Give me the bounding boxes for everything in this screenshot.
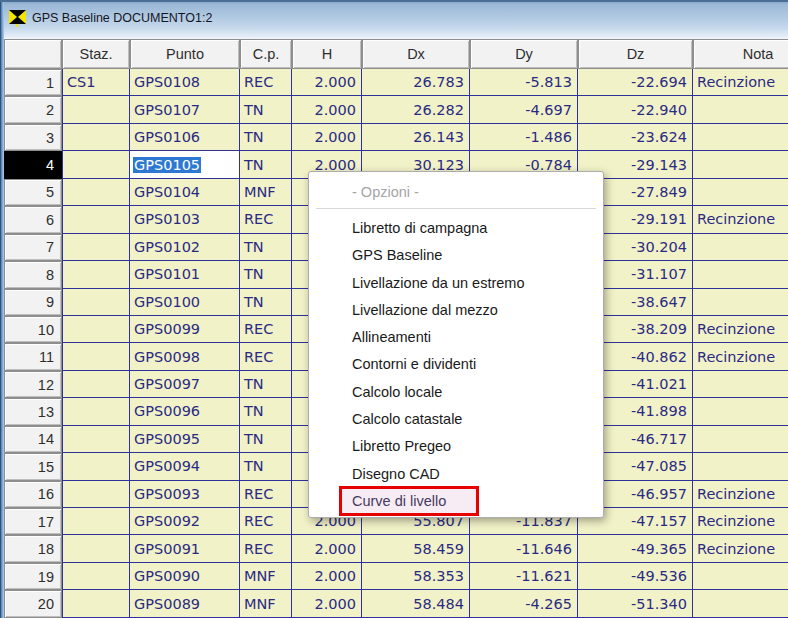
header-dy[interactable]: Dy [470, 39, 578, 69]
nota-cell[interactable] [693, 151, 788, 178]
staz-cell[interactable] [62, 289, 130, 316]
punto-cell[interactable]: GPS0093 [130, 481, 240, 508]
nota-cell[interactable] [693, 426, 788, 453]
punto-cell[interactable]: GPS0102 [130, 234, 240, 261]
cp-cell[interactable]: TN [240, 371, 292, 398]
cp-cell[interactable]: TN [240, 124, 292, 151]
row-number-cell[interactable]: 11 [4, 343, 62, 370]
punto-cell[interactable]: GPS0106 [130, 124, 240, 151]
h-cell[interactable]: 2.000 [292, 69, 362, 96]
menu-item-calcolo-catastale[interactable]: Calcolo catastale [309, 406, 603, 433]
dz-cell[interactable]: -51.340 [578, 590, 693, 617]
menu-item-curve-di-livello[interactable]: Curve di livello [309, 488, 603, 515]
staz-cell[interactable] [62, 234, 130, 261]
cp-cell[interactable]: TN [240, 261, 292, 288]
row-number-cell[interactable]: 12 [4, 371, 62, 398]
cp-cell[interactable]: MNF [240, 590, 292, 617]
dy-cell[interactable]: -11.621 [470, 563, 578, 590]
dy-cell[interactable]: -4.697 [470, 96, 578, 123]
nota-cell[interactable]: Recinzione [693, 316, 788, 343]
dz-cell[interactable]: -49.365 [578, 535, 693, 562]
menu-item-disegno-cad[interactable]: Disegno CAD [309, 461, 603, 488]
menu-item-libretto-pregeo[interactable]: Libretto Pregeo [309, 433, 603, 460]
nota-cell[interactable]: Recinzione [693, 206, 788, 233]
punto-cell[interactable]: GPS0095 [130, 426, 240, 453]
cp-cell[interactable]: REC [240, 535, 292, 562]
staz-cell[interactable] [62, 206, 130, 233]
nota-cell[interactable]: Recinzione [693, 481, 788, 508]
header-h[interactable]: H [292, 39, 362, 69]
cp-cell[interactable]: TN [240, 289, 292, 316]
nota-cell[interactable]: Recinzione [693, 508, 788, 535]
punto-cell[interactable]: GPS0096 [130, 398, 240, 425]
punto-cell[interactable]: GPS0098 [130, 343, 240, 370]
row-number-cell[interactable]: 2 [4, 96, 62, 123]
cp-cell[interactable]: REC [240, 343, 292, 370]
cp-cell[interactable]: REC [240, 481, 292, 508]
row-number-cell[interactable]: 9 [4, 289, 62, 316]
row-number-cell[interactable]: 13 [4, 398, 62, 425]
cp-cell[interactable]: REC [240, 316, 292, 343]
row-number-cell[interactable]: 18 [4, 535, 62, 562]
row-number-cell[interactable]: 4 [4, 151, 62, 178]
cp-cell[interactable]: MNF [240, 563, 292, 590]
punto-cell[interactable]: GPS0108 [130, 69, 240, 96]
cp-cell[interactable]: TN [240, 96, 292, 123]
nota-cell[interactable] [693, 563, 788, 590]
dx-cell[interactable]: 26.143 [362, 124, 470, 151]
dz-cell[interactable]: -23.624 [578, 124, 693, 151]
nota-cell[interactable] [693, 590, 788, 617]
staz-cell[interactable] [62, 535, 130, 562]
dz-cell[interactable]: -22.694 [578, 69, 693, 96]
menu-item-gps-baseline[interactable]: GPS Baseline [309, 242, 603, 269]
dx-cell[interactable]: 58.484 [362, 590, 470, 617]
punto-cell[interactable]: GPS0107 [130, 96, 240, 123]
cp-cell[interactable]: REC [240, 206, 292, 233]
nota-cell[interactable] [693, 371, 788, 398]
staz-cell[interactable]: CS1 [62, 69, 130, 96]
header-corner-cell[interactable] [4, 39, 62, 69]
staz-cell[interactable] [62, 316, 130, 343]
dy-cell[interactable]: -1.486 [470, 124, 578, 151]
nota-cell[interactable]: Recinzione [693, 343, 788, 370]
staz-cell[interactable] [62, 151, 130, 178]
menu-item-allineamenti[interactable]: Allineamenti [309, 324, 603, 351]
staz-cell[interactable] [62, 398, 130, 425]
cp-cell[interactable]: MNF [240, 179, 292, 206]
staz-cell[interactable] [62, 343, 130, 370]
header-staz[interactable]: Staz. [62, 39, 130, 69]
row-number-cell[interactable]: 3 [4, 124, 62, 151]
row-number-cell[interactable]: 1 [4, 69, 62, 96]
dy-cell[interactable]: -5.813 [470, 69, 578, 96]
row-number-cell[interactable]: 15 [4, 453, 62, 480]
dx-cell[interactable]: 58.353 [362, 563, 470, 590]
menu-item-livellazione-da-un-estremo[interactable]: Livellazione da un estremo [309, 270, 603, 297]
header-nota[interactable]: Nota [693, 39, 788, 69]
nota-cell[interactable] [693, 179, 788, 206]
staz-cell[interactable] [62, 508, 130, 535]
h-cell[interactable]: 2.000 [292, 563, 362, 590]
punto-cell[interactable]: GPS0103 [130, 206, 240, 233]
header-dx[interactable]: Dx [362, 39, 470, 69]
punto-cell[interactable]: GPS0091 [130, 535, 240, 562]
dy-cell[interactable]: -4.265 [470, 590, 578, 617]
nota-cell[interactable] [693, 398, 788, 425]
dz-cell[interactable]: -49.536 [578, 563, 693, 590]
punto-cell[interactable]: GPS0094 [130, 453, 240, 480]
cp-cell[interactable]: TN [240, 426, 292, 453]
staz-cell[interactable] [62, 124, 130, 151]
nota-cell[interactable]: Recinzione [693, 69, 788, 96]
h-cell[interactable]: 2.000 [292, 535, 362, 562]
staz-cell[interactable] [62, 179, 130, 206]
h-cell[interactable]: 2.000 [292, 590, 362, 617]
punto-cell[interactable]: GPS0089 [130, 590, 240, 617]
staz-cell[interactable] [62, 453, 130, 480]
nota-cell[interactable] [693, 96, 788, 123]
cp-cell[interactable]: REC [240, 69, 292, 96]
staz-cell[interactable] [62, 590, 130, 617]
row-number-cell[interactable]: 19 [4, 563, 62, 590]
menu-item-contorni-e-dividenti[interactable]: Contorni e dividenti [309, 351, 603, 378]
punto-cell[interactable]: GPS0092 [130, 508, 240, 535]
staz-cell[interactable] [62, 371, 130, 398]
cp-cell[interactable]: REC [240, 508, 292, 535]
